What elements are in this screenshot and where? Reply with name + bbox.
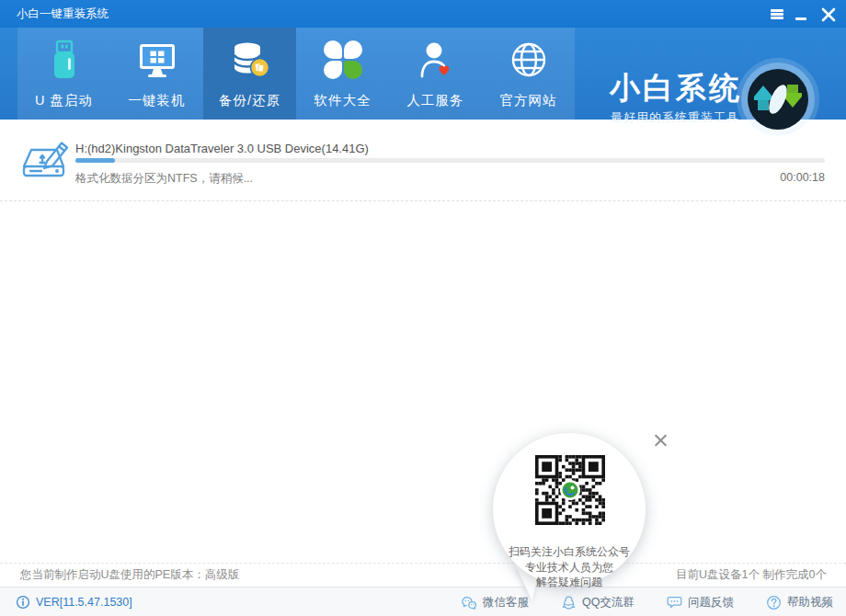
qr-popup-line: 专业技术人员为您 [493,560,646,576]
menu-icon[interactable] [765,0,789,28]
tab-label: 人工服务 [389,92,482,109]
main-area: H:(hd2)Kingston DataTraveler 3.0 USB Dev… [0,120,846,563]
pe-version-status: 您当前制作启动U盘使用的PE版本：高级版 [20,564,239,587]
disk-write-icon [19,135,73,183]
feedback-icon [667,595,682,610]
progress-bar [75,158,825,163]
tab-backup-restore[interactable]: 备份/还原 [203,28,296,120]
tab-label: U 盘启动 [17,92,110,109]
tab-website[interactable]: 官方网站 [482,28,575,120]
tab-label: 官方网站 [482,92,575,109]
tab-usb-boot[interactable]: U 盘启动 [17,28,110,120]
support-person-icon [415,39,457,81]
close-icon[interactable] [817,0,840,28]
info-icon [16,595,30,610]
task-status: 格式化数据分区为NTFS，请稍候... [75,171,253,187]
window-title: 小白一键重装系统 [17,0,109,28]
brand-slogan: 最好用的系统重装工具 [611,109,739,126]
tab-support[interactable]: 人工服务 [389,28,482,120]
qr-popup-text: 扫码关注小白系统公众号 专业技术人员为您 解答疑难问题 [493,544,646,590]
progress-fill [75,158,115,163]
qr-popup-close-icon[interactable] [651,430,671,451]
task-timer: 00:00:18 [780,171,825,184]
status-bar: 您当前制作启动U盘使用的PE版本：高级版 目前U盘设备1个 制作完成0个 [0,563,846,587]
brand-logo-icon [735,56,821,143]
globe-icon [508,39,550,81]
nav-tabs: U 盘启动 一键装机 [17,28,575,120]
qr-popup-line: 解答疑难问题 [493,575,646,590]
help-icon [766,595,782,610]
device-title: H:(hd2)Kingston DataTraveler 3.0 USB Dev… [75,142,369,155]
tab-label: 备份/还原 [203,92,296,109]
tab-label: 软件大全 [296,92,389,109]
link-feedback[interactable]: 问题反馈 [667,595,734,610]
version-label: VER[11.5.47.1530] [36,596,132,609]
backup-restore-icon [229,39,271,81]
minimize-icon[interactable] [789,0,813,28]
tab-one-click-install[interactable]: 一键装机 [110,28,203,120]
software-clover-icon [322,39,364,81]
footer: VER[11.5.47.1530] 微信客服 [0,587,846,616]
title-bar: 小白一键重装系统 [0,0,846,28]
monitor-install-icon [136,39,178,81]
tab-label: 一键装机 [110,92,203,109]
qq-icon [561,595,577,610]
footer-link-label: 帮助视频 [787,595,833,610]
version-info[interactable]: VER[11.5.47.1530] [16,587,132,616]
footer-link-label: 问题反馈 [688,595,734,610]
footer-links: 微信客服 QQ交流群 问题反馈 [429,587,833,616]
wechat-icon [461,595,477,610]
qr-popup-line: 扫码关注小白系统公众号 [493,544,646,560]
header: U 盘启动 一键装机 [0,28,846,120]
link-qq-group[interactable]: QQ交流群 [561,595,634,610]
usb-task-row: H:(hd2)Kingston DataTraveler 3.0 USB Dev… [0,120,846,201]
usb-drive-icon [43,39,86,81]
tab-software[interactable]: 软件大全 [296,28,389,120]
link-help-video[interactable]: 帮助视频 [766,595,833,610]
usb-device-count: 目前U盘设备1个 制作完成0个 [676,564,827,587]
footer-link-label: QQ交流群 [582,595,634,610]
brand-name: 小白系统 [610,68,742,109]
qr-code [535,455,605,525]
